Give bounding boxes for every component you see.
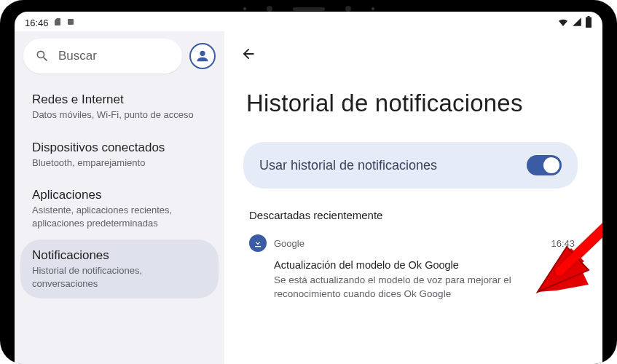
page-title: Historial de notificaciones	[246, 90, 582, 117]
sd-card-icon	[53, 17, 62, 28]
sidebar-item-network[interactable]: Redes e Internet Datos móviles, Wi-Fi, p…	[20, 84, 219, 130]
nav-title: Notificaciones	[32, 248, 207, 263]
nav-title: Dispositivos conectados	[32, 141, 207, 155]
search-input[interactable]: Buscar	[23, 39, 182, 74]
svg-rect-2	[587, 16, 589, 17]
svg-rect-1	[586, 17, 592, 28]
person-icon	[194, 48, 211, 64]
sidebar-item-apps[interactable]: Aplicaciones Asistente, aplicaciones rec…	[20, 179, 219, 238]
section-header: Descartadas recientemente	[249, 209, 582, 221]
toggle-label: Usar historial de notificaciones	[259, 158, 437, 173]
nav-subtitle: Datos móviles, Wi-Fi, punto de acceso	[32, 108, 207, 122]
toggle-switch[interactable]	[527, 155, 562, 175]
wifi-icon	[557, 16, 569, 30]
app-icon	[66, 17, 75, 28]
nav-title: Aplicaciones	[32, 188, 207, 202]
search-icon	[35, 49, 50, 63]
notification-app-name: Google	[274, 238, 543, 249]
device-notch	[243, 6, 374, 12]
status-bar: 16:46	[15, 12, 602, 31]
device-frame: 16:46 Buscar	[0, 0, 617, 364]
sidebar-item-notifications[interactable]: Notificaciones Historial de notificacion…	[20, 240, 219, 298]
signal-icon	[572, 17, 582, 29]
search-placeholder: Buscar	[58, 49, 97, 63]
nav-subtitle: Historial de notificaciones, conversacio…	[32, 264, 207, 290]
sidebar-item-devices[interactable]: Dispositivos conectados Bluetooth, empar…	[20, 132, 219, 178]
notification-text: Se está actualizando el modelo de voz pa…	[274, 274, 569, 301]
nav-subtitle: Bluetooth, emparejamiento	[32, 157, 207, 170]
notification-title: Actualización del modelo de Ok Google	[274, 259, 569, 271]
svg-rect-0	[68, 19, 74, 25]
back-button[interactable]	[240, 46, 256, 62]
main-panel: Historial de notificaciones Usar histori…	[224, 31, 602, 364]
battery-icon	[585, 16, 592, 30]
notification-item[interactable]: Google 16:43 Actualización del modelo de…	[239, 232, 582, 301]
nav-title: Redes e Internet	[32, 92, 207, 107]
status-time: 16:46	[25, 17, 49, 28]
profile-button[interactable]	[189, 43, 216, 69]
use-history-toggle-row[interactable]: Usar historial de notificaciones	[243, 142, 578, 189]
sidebar: Buscar Redes e Internet Datos móviles, W…	[15, 31, 224, 364]
notification-time: 16:43	[551, 238, 575, 249]
nav-subtitle: Asistente, aplicaciones recientes, aplic…	[32, 204, 207, 229]
download-icon	[249, 234, 267, 252]
